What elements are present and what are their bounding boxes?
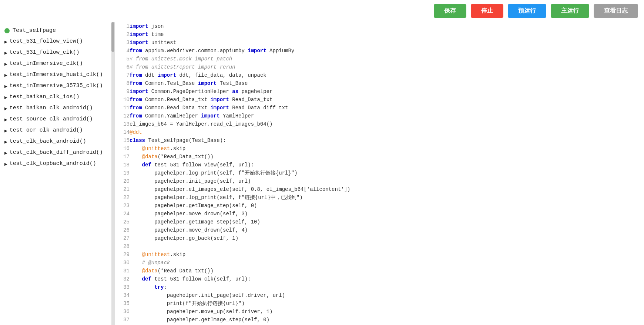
- line-number: 29: [115, 251, 130, 259]
- line-code: pagehelper.log_print(self, f"开始执行链接{url}…: [130, 169, 644, 177]
- main-area: Test_selfpage ▶test_531_follow_view()▶te…: [0, 22, 644, 325]
- sidebar-item-test_clk_topback_android[interactable]: ▶test_clk_topback_android(): [0, 158, 114, 169]
- line-number: 8: [115, 79, 130, 87]
- sidebar-item-label: test_531_follow_view(): [10, 38, 83, 44]
- sidebar-item-label: test_baikan_clk_ios(): [10, 94, 80, 100]
- line-code: from ddt import ddt, file_data, data, un…: [130, 71, 644, 79]
- sidebar-item-label: test_clk_back_diff_android(): [10, 149, 103, 156]
- line-code: @data(*Read_Data_txt()): [130, 153, 644, 161]
- sidebar-item-label: test_source_clk_android(): [10, 116, 93, 122]
- line-code: pagehelper.move_up(self.driver, 1): [130, 308, 644, 316]
- table-row: 26 pagehelper.move_drown(self, 4): [115, 226, 644, 234]
- sidebar-scroll-thumb[interactable]: [111, 22, 114, 52]
- line-code: try:: [130, 283, 644, 291]
- table-row: 7from ddt import ddt, file_data, data, u…: [115, 71, 644, 79]
- table-row: 36 pagehelper.move_up(self.driver, 1): [115, 308, 644, 316]
- sidebar-item-test_baikan_clk_ios[interactable]: ▶test_baikan_clk_ios(): [0, 92, 114, 103]
- line-number: 2: [115, 30, 130, 39]
- arrow-icon: ▶: [4, 61, 7, 67]
- code-area[interactable]: 1import json2import time3import unittest…: [115, 22, 644, 325]
- sidebar-item-test_531_follow_view[interactable]: ▶test_531_follow_view(): [0, 36, 114, 47]
- line-code: pagehelper.log_print(self, f"链接{url}中，已找…: [130, 193, 644, 202]
- table-row: 12from Common.YamlHelper import YamlHelp…: [115, 112, 644, 120]
- line-number: 32: [115, 275, 130, 283]
- sidebar-item-test_inImmersive_clk[interactable]: ▶test_inImmersive_clk(): [0, 58, 114, 69]
- table-row: 14@ddt: [115, 128, 644, 136]
- table-row: 19 pagehelper.log_print(self, f"开始执行链接{u…: [115, 169, 644, 177]
- line-number: 30: [115, 259, 130, 267]
- line-code: from Common.Test_Base import Test_Base: [130, 79, 644, 87]
- sidebar-item-test_clk_back_android[interactable]: ▶test_clk_back_android(): [0, 136, 114, 147]
- line-code: def test_531_follow_clk(self, url):: [130, 275, 644, 283]
- line-number: 28: [115, 242, 130, 251]
- sidebar-scrollbar[interactable]: [111, 22, 114, 325]
- table-row: 23 pagehelper.getImage_step(self, 0): [115, 202, 644, 210]
- sidebar-item-label: test_inImmersive_huati_clk(): [10, 72, 103, 78]
- prerun-button[interactable]: 预运行: [508, 4, 546, 18]
- sidebar-item-test_baikan_clk_android[interactable]: ▶test_baikan_clk_android(): [0, 103, 114, 114]
- save-button[interactable]: 保存: [434, 4, 466, 18]
- sidebar-item-label: test_inImmersive_35735_clk(): [10, 83, 103, 89]
- table-row: 28: [115, 242, 644, 251]
- line-code: # from unittest.mock import patch: [130, 55, 644, 63]
- line-number: 27: [115, 234, 130, 242]
- sidebar-item-test_531_follow_clk[interactable]: ▶test_531_follow_clk(): [0, 47, 114, 58]
- sidebar-item-test_inImmersive_huati_clk[interactable]: ▶test_inImmersive_huati_clk(): [0, 69, 114, 80]
- table-row: 24 pagehelper.move_drown(self, 3): [115, 210, 644, 218]
- line-number: 12: [115, 112, 130, 120]
- line-number: 7: [115, 71, 130, 79]
- line-code: el_imges_b64 = YamlHelper.read_el_images…: [130, 120, 644, 128]
- line-code: # from unittestreport import rerun: [130, 63, 644, 71]
- table-row: 20 pagehelper.init_page(self, url): [115, 177, 644, 185]
- line-code: @data(*Read_Data_txt()): [130, 267, 644, 275]
- sidebar-item-label: test_clk_topback_android(): [10, 160, 96, 167]
- sidebar-item-label: test_531_follow_clk(): [10, 49, 80, 56]
- table-row: 34 pagehelper.init_page(self.driver, url…: [115, 291, 644, 299]
- viewlog-button[interactable]: 查看日志: [594, 4, 638, 18]
- table-row: 25 pagehelper.getImage_step(self, 10): [115, 218, 644, 226]
- line-code: [130, 242, 644, 251]
- line-number: 23: [115, 202, 130, 210]
- line-code: import json: [130, 22, 644, 30]
- line-number: 3: [115, 39, 130, 47]
- line-number: 33: [115, 283, 130, 291]
- sidebar-item-test_source_clk_android[interactable]: ▶test_source_clk_android(): [0, 114, 114, 125]
- mainrun-button[interactable]: 主运行: [551, 4, 589, 18]
- line-code: pagehelper.getImage_step(self, 10): [130, 218, 644, 226]
- table-row: 21 pagehelper.el_images_ele(self, 0.8, e…: [115, 185, 644, 193]
- toolbar: 保存 停止 预运行 主运行 查看日志: [0, 0, 644, 22]
- line-code: print(f"开始执行链接{url}"): [130, 299, 644, 308]
- sidebar-items: ▶test_531_follow_view()▶test_531_follow_…: [0, 36, 114, 169]
- line-number: 11: [115, 104, 130, 112]
- sidebar-item-test_ocr_clk_android[interactable]: ▶test_ocr_clk_android(): [0, 125, 114, 136]
- sidebar-item-test_inImmersive_35735_clk[interactable]: ▶test_inImmersive_35735_clk(): [0, 80, 114, 92]
- table-row: 17 @data(*Read_Data_txt()): [115, 153, 644, 161]
- line-number: 18: [115, 161, 130, 169]
- sidebar-item-test_clk_back_diff_android[interactable]: ▶test_clk_back_diff_android(): [0, 147, 114, 158]
- line-code: import time: [130, 30, 644, 39]
- arrow-icon: ▶: [4, 50, 7, 56]
- line-code: @unittest.skip: [130, 251, 644, 259]
- table-row: 1import json: [115, 22, 644, 30]
- status-dot: [4, 28, 10, 33]
- sidebar-item-label: test_ocr_clk_android(): [10, 127, 83, 133]
- arrow-icon: ▶: [4, 150, 7, 156]
- arrow-icon: ▶: [4, 83, 7, 89]
- line-number: 26: [115, 226, 130, 234]
- line-number: 13: [115, 120, 130, 128]
- line-code: @unittest.skip: [130, 145, 644, 153]
- arrow-icon: ▶: [4, 72, 7, 78]
- table-row: 27 pagehelper.go_back(self, 1): [115, 234, 644, 242]
- line-number: 1: [115, 22, 130, 30]
- line-code: pagehelper.init_page(self.driver, url): [130, 291, 644, 299]
- table-row: 9import Common.PageOpertionHelper as pag…: [115, 87, 644, 96]
- sidebar-header[interactable]: Test_selfpage: [0, 25, 114, 36]
- table-row: 6# from unittestreport import rerun: [115, 63, 644, 71]
- table-row: 5# from unittest.mock import patch: [115, 55, 644, 63]
- line-code: import Common.PageOpertionHelper as page…: [130, 87, 644, 96]
- table-row: 3import unittest: [115, 39, 644, 47]
- line-number: 14: [115, 128, 130, 136]
- stop-button[interactable]: 停止: [471, 4, 503, 18]
- line-number: 31: [115, 267, 130, 275]
- table-row: 35 print(f"开始执行链接{url}"): [115, 299, 644, 308]
